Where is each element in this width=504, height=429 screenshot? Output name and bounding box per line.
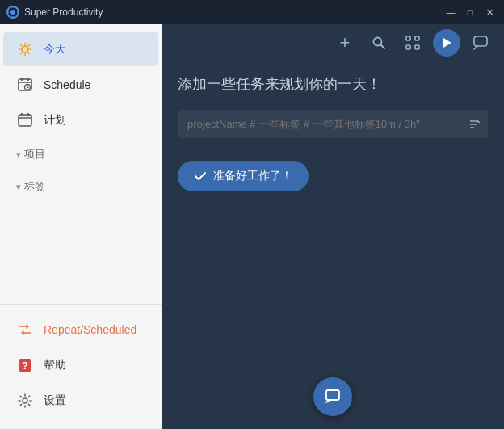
sidebar-item-help[interactable]: ? 帮助	[3, 348, 158, 382]
svg-point-1	[10, 10, 15, 15]
add-button[interactable]: +	[331, 29, 359, 57]
svg-line-30	[381, 45, 385, 49]
repeat-icon	[16, 321, 34, 339]
task-input[interactable]	[178, 110, 488, 138]
ready-button-label: 准备好工作了！	[213, 169, 292, 183]
input-sort-icon	[468, 119, 480, 130]
content-area: +	[162, 24, 504, 429]
repeat-label: Repeat/Scheduled	[44, 323, 136, 336]
app-title: Super Productivity	[24, 6, 443, 18]
settings-label: 设置	[44, 393, 66, 408]
svg-rect-41	[326, 390, 339, 400]
svg-rect-32	[415, 36, 419, 40]
sidebar-bottom: Repeat/Scheduled ? 帮助	[0, 304, 162, 429]
search-button[interactable]	[365, 29, 393, 57]
fab-button[interactable]	[313, 377, 352, 416]
svg-line-21	[27, 87, 29, 88]
plan-label: 计划	[44, 113, 66, 128]
projects-section[interactable]: ▾ 项目	[3, 139, 158, 170]
projects-label: 项目	[24, 147, 45, 162]
app-container: 今天 Schedule	[0, 24, 504, 429]
tags-chevron-icon: ▾	[16, 182, 21, 192]
focus-button[interactable]	[399, 29, 426, 57]
svg-line-14	[20, 53, 22, 54]
sidebar: 今天 Schedule	[0, 24, 162, 429]
toolbar: +	[162, 24, 504, 61]
tags-label: 标签	[24, 179, 45, 194]
task-input-area	[178, 110, 488, 138]
svg-rect-22	[19, 115, 32, 126]
sidebar-item-schedule[interactable]: Schedule	[3, 68, 158, 102]
svg-line-13	[28, 44, 30, 46]
sidebar-nav: 今天 Schedule	[0, 24, 162, 304]
minimize-button[interactable]: —	[443, 4, 459, 20]
ready-button[interactable]: 准备好工作了！	[178, 161, 309, 191]
svg-point-28	[23, 398, 27, 403]
calendar-icon	[16, 111, 34, 129]
play-button[interactable]	[433, 29, 460, 57]
sidebar-item-today[interactable]: 今天	[3, 32, 158, 66]
app-icon	[6, 6, 19, 19]
tags-section[interactable]: ▾ 标签	[3, 171, 158, 202]
sidebar-item-plan[interactable]: 计划	[3, 103, 158, 137]
calendar-clock-icon	[16, 76, 34, 94]
help-icon: ?	[16, 356, 34, 374]
chat-button[interactable]	[467, 29, 494, 57]
projects-chevron-icon: ▾	[16, 149, 21, 160]
maximize-button[interactable]: □	[462, 4, 478, 20]
gear-icon	[16, 392, 34, 410]
svg-line-12	[28, 53, 30, 54]
svg-marker-35	[443, 38, 452, 48]
schedule-label: Schedule	[44, 78, 90, 91]
close-button[interactable]: ✕	[481, 4, 498, 20]
sidebar-item-repeat[interactable]: Repeat/Scheduled	[3, 313, 158, 347]
svg-text:?: ?	[22, 360, 28, 372]
main-content: 添加一些任务来规划你的一天！ 准备好工作了！	[162, 61, 504, 429]
sidebar-item-settings[interactable]: 设置	[3, 384, 158, 418]
svg-rect-34	[415, 45, 419, 49]
svg-line-11	[20, 44, 22, 46]
sun-icon	[16, 40, 34, 58]
help-label: 帮助	[44, 358, 66, 372]
titlebar: Super Productivity — □ ✕	[0, 0, 504, 24]
svg-rect-33	[406, 45, 410, 49]
svg-point-6	[22, 46, 28, 53]
welcome-text: 添加一些任务来规划你的一天！	[178, 74, 488, 94]
window-controls: — □ ✕	[443, 4, 498, 20]
svg-rect-31	[406, 36, 410, 40]
svg-rect-36	[474, 36, 487, 46]
today-label: 今天	[44, 42, 66, 57]
